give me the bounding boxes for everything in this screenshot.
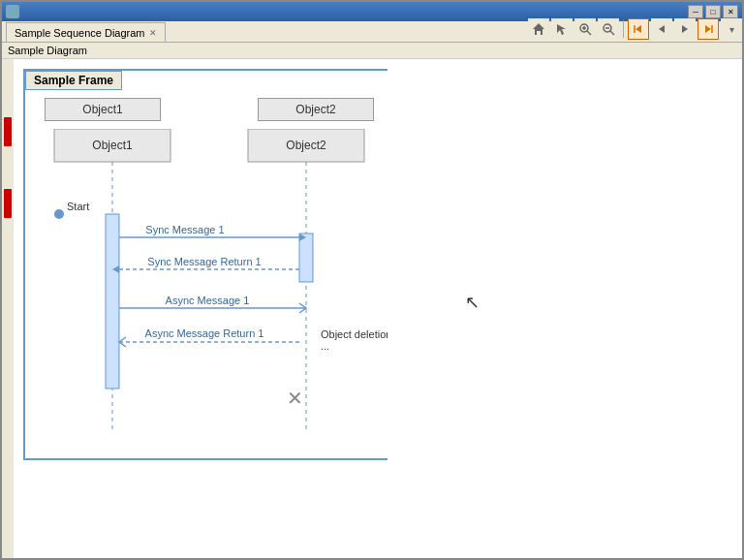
toolbar-separator bbox=[623, 20, 624, 38]
minimize-button[interactable]: ─ bbox=[688, 5, 703, 18]
home-icon bbox=[532, 22, 545, 36]
breadcrumb: Sample Diagram bbox=[2, 43, 742, 59]
sync-message-1-label: Sync Message 1 bbox=[145, 224, 224, 235]
deletion-label: Object deletion bbox=[321, 328, 388, 340]
deletion-x: ✕ bbox=[287, 388, 303, 409]
zoom-in-button[interactable] bbox=[574, 18, 596, 40]
object-header-2[interactable]: Object2 bbox=[258, 98, 374, 121]
async-message-1-label: Async Message 1 bbox=[166, 295, 250, 306]
object2-label: Object2 bbox=[286, 139, 326, 152]
tab-sample-sequence-diagram[interactable]: Sample Sequence Diagram ✕ bbox=[6, 22, 166, 42]
svg-marker-0 bbox=[533, 23, 544, 35]
title-bar-left bbox=[6, 5, 19, 18]
async-return-1-label: Async Message Return 1 bbox=[145, 327, 264, 339]
zoom-in-icon bbox=[578, 22, 592, 36]
breadcrumb-text: Sample Diagram bbox=[8, 45, 87, 56]
indicator-red-bottom bbox=[4, 189, 12, 218]
nav-forward-button[interactable] bbox=[674, 18, 696, 40]
deletion-sub: ... bbox=[321, 340, 329, 352]
activation-box-1 bbox=[106, 214, 119, 389]
object-header-1-label: Object1 bbox=[82, 103, 122, 116]
nav-back-button[interactable] bbox=[651, 18, 672, 40]
nav-forward-icon bbox=[678, 22, 692, 36]
sequence-frame: Sample Frame Object1 Object2 Object1 bbox=[23, 69, 388, 460]
svg-line-8 bbox=[610, 31, 614, 35]
svg-marker-13 bbox=[705, 25, 711, 33]
window-icon bbox=[6, 5, 19, 18]
nav-last-button[interactable] bbox=[698, 18, 719, 40]
zoom-out-button[interactable] bbox=[598, 18, 619, 40]
svg-marker-11 bbox=[659, 25, 665, 33]
object1-label: Object1 bbox=[92, 139, 133, 152]
object-header-2-label: Object2 bbox=[295, 103, 335, 116]
activation-box-2 bbox=[299, 233, 313, 282]
tab-bar: Sample Sequence Diagram ✕ bbox=[2, 21, 742, 43]
svg-marker-12 bbox=[682, 25, 688, 33]
left-indicators bbox=[2, 59, 14, 558]
home-button[interactable] bbox=[528, 18, 549, 40]
svg-line-5 bbox=[587, 31, 591, 35]
toolbar-dropdown-button[interactable]: ▾ bbox=[721, 18, 742, 40]
maximize-button[interactable]: □ bbox=[705, 5, 721, 18]
svg-marker-9 bbox=[636, 25, 641, 33]
svg-marker-1 bbox=[557, 24, 566, 35]
sync-return-1-label: Sync Message Return 1 bbox=[147, 256, 261, 267]
close-button[interactable]: ✕ bbox=[723, 5, 738, 18]
tab-label: Sample Sequence Diagram bbox=[15, 27, 145, 39]
start-circle bbox=[54, 209, 64, 219]
cursor-button[interactable] bbox=[551, 18, 573, 40]
right-area: ↖ bbox=[388, 59, 742, 558]
main-window: ─ □ ✕ Sample Sequence Diagram ✕ bbox=[0, 0, 744, 560]
frame-label: Sample Frame bbox=[25, 71, 122, 90]
objects-header-row: Object1 Object2 bbox=[25, 90, 388, 129]
sequence-diagram-svg: Object1 Object2 Start bbox=[35, 129, 388, 458]
main-content: Sample Frame Object1 Object2 Object1 bbox=[2, 59, 742, 558]
title-bar-controls: ─ □ ✕ bbox=[688, 5, 738, 18]
nav-last-icon bbox=[701, 22, 715, 36]
start-label: Start bbox=[67, 201, 89, 212]
cursor-pointer: ↖ bbox=[465, 292, 480, 313]
nav-first-button[interactable] bbox=[628, 18, 649, 40]
zoom-out-icon bbox=[602, 22, 615, 36]
indicator-red-top bbox=[4, 117, 12, 146]
tab-close-icon[interactable]: ✕ bbox=[149, 28, 157, 38]
object-header-1[interactable]: Object1 bbox=[45, 98, 161, 121]
diagram-area: Sample Frame Object1 Object2 Object1 bbox=[14, 59, 388, 558]
nav-first-icon bbox=[632, 22, 645, 36]
nav-back-icon bbox=[655, 22, 668, 36]
cursor-icon bbox=[555, 22, 569, 36]
